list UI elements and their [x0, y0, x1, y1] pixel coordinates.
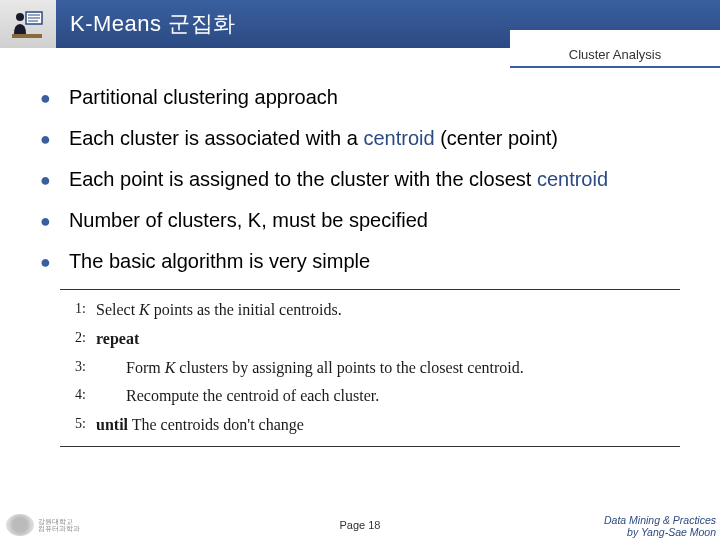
- bullet-text: The basic algorithm is very simple: [69, 248, 370, 275]
- presenter-icon: [0, 0, 56, 48]
- algorithm-step-text: Recompute the centroid of each cluster.: [96, 382, 680, 411]
- algorithm-line: 5:until The centroids don't change: [60, 411, 680, 440]
- bullet-text: Each point is assigned to the cluster wi…: [69, 166, 608, 193]
- algorithm-line: 4:Recompute the centroid of each cluster…: [60, 382, 680, 411]
- algorithm-step-text: until The centroids don't change: [96, 411, 680, 440]
- algorithm-line: 1:Select K points as the initial centroi…: [60, 296, 680, 325]
- bullet-icon: ●: [40, 209, 51, 233]
- algorithm-line: 2:repeat: [60, 325, 680, 354]
- slide-footer: 강원대학교컴퓨터과학과 Page 18 Data Mining & Practi…: [0, 510, 720, 540]
- algorithm-step-number: 1:: [60, 296, 86, 325]
- svg-rect-5: [12, 34, 42, 38]
- algorithm-step-number: 3:: [60, 354, 86, 383]
- algorithm-step-text: Select K points as the initial centroids…: [96, 296, 680, 325]
- list-item: ●Each point is assigned to the cluster w…: [40, 166, 680, 193]
- bullet-icon: ●: [40, 168, 51, 192]
- slide-subtitle: Cluster Analysis: [510, 30, 720, 68]
- list-item: ●Number of clusters, K, must be specifie…: [40, 207, 680, 234]
- slide-header: K-Means 군집화 Cluster Analysis: [0, 0, 720, 48]
- list-item: ●Partitional clustering approach: [40, 84, 680, 111]
- university-logo-icon: [6, 514, 34, 536]
- algorithm-line: 3:Form K clusters by assigning all point…: [60, 354, 680, 383]
- bullet-icon: ●: [40, 127, 51, 151]
- page-number: Page 18: [340, 519, 381, 531]
- algorithm-box: 1:Select K points as the initial centroi…: [60, 289, 680, 447]
- algorithm-step-text: repeat: [96, 325, 680, 354]
- credit-text: Data Mining & Practicesby Yang-Sae Moon: [604, 514, 716, 538]
- bullet-text: Each cluster is associated with a centro…: [69, 125, 558, 152]
- list-item: ●Each cluster is associated with a centr…: [40, 125, 680, 152]
- svg-point-4: [16, 13, 24, 21]
- algorithm-step-number: 2:: [60, 325, 86, 354]
- algorithm-step-text: Form K clusters by assigning all points …: [96, 354, 680, 383]
- university-name: 강원대학교컴퓨터과학과: [38, 518, 80, 532]
- bullet-text: Number of clusters, K, must be specified: [69, 207, 428, 234]
- algorithm-step-number: 4:: [60, 382, 86, 411]
- list-item: ●The basic algorithm is very simple: [40, 248, 680, 275]
- bullet-text: Partitional clustering approach: [69, 84, 338, 111]
- bullet-icon: ●: [40, 250, 51, 274]
- bullet-icon: ●: [40, 86, 51, 110]
- slide-content: ●Partitional clustering approach●Each cl…: [0, 48, 720, 275]
- algorithm-step-number: 5:: [60, 411, 86, 440]
- bullet-list: ●Partitional clustering approach●Each cl…: [40, 84, 680, 275]
